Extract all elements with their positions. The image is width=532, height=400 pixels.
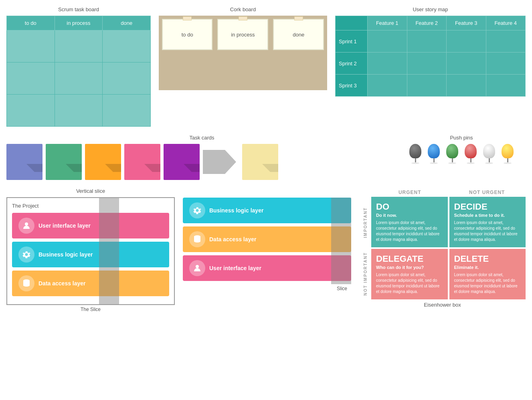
pin-yellow <box>502 144 514 164</box>
story-cell <box>368 75 407 97</box>
story-cell <box>447 53 486 75</box>
cork-cell: to do <box>160 16 215 53</box>
push-pins-section: Push pins <box>397 135 526 164</box>
scrum-col-todo: to do <box>7 16 55 30</box>
task-cards-section: Task cards <box>6 135 397 180</box>
right-business-logic-icon <box>189 202 205 218</box>
task-cards-container <box>6 144 397 180</box>
pin-red <box>465 144 477 164</box>
story-cell <box>486 30 526 53</box>
story-cell <box>368 53 407 75</box>
pin-shadow <box>430 162 438 164</box>
eisenhower-delegate-cell: DELEGATE Who can do it for you? Lorem ip… <box>371 249 448 299</box>
pin-shadow <box>467 162 475 164</box>
scrum-col-done: done <box>103 16 151 30</box>
scrum-task-board: Scrum task board to do in process done <box>6 6 151 127</box>
pin-head-white <box>483 144 495 158</box>
eisenhower-col-not-urgent: NOT URGENT <box>449 188 526 197</box>
eisenhower-grid: DO Do it now. Lorem ipsum dolor sit amet… <box>371 197 526 299</box>
cork-card-done: done <box>273 19 324 50</box>
right-layers-container: Business logic layer Data access layer <box>183 198 351 284</box>
task-card-orange <box>85 144 121 180</box>
layer-user-interface: User interface layer <box>12 213 169 238</box>
svg-point-0 <box>25 222 28 226</box>
story-cell <box>447 30 486 53</box>
task-card-arrow-head <box>225 150 236 174</box>
scrum-cell <box>55 95 103 127</box>
vertical-slice-section: Vertical slice The Project User interfac… <box>6 188 175 312</box>
eisenhower-spacer <box>359 188 371 197</box>
pin-head-green <box>446 144 458 158</box>
cork-cell-empty <box>160 53 215 89</box>
story-table: Feature 1 Feature 2 Feature 3 Feature 4 … <box>335 16 526 97</box>
user-interface-icon <box>18 218 34 234</box>
story-cell <box>407 75 447 97</box>
pin-shadow <box>504 162 512 164</box>
right-slice-spacer <box>183 188 351 198</box>
slice-overlay-bar <box>99 198 119 304</box>
story-cell <box>486 53 526 75</box>
delegate-text: Lorem ipsum dolor sit amet, consectetur … <box>376 272 443 295</box>
pin-needle <box>507 158 508 162</box>
pin-head-red <box>465 144 477 158</box>
scrum-cell <box>55 63 103 95</box>
task-cards-title: Task cards <box>6 135 397 141</box>
story-cell <box>407 53 447 75</box>
scrum-table: to do in process done <box>6 16 151 127</box>
pin-shadow <box>448 162 456 164</box>
slice-diagram-left: The Project User interface layer Busine <box>6 197 175 305</box>
story-cell <box>486 75 526 97</box>
eisenhower-delete-cell: DELETE Eliminate it. Lorem ipsum dolor s… <box>449 249 526 299</box>
pin-head-yellow <box>502 144 514 158</box>
right-data-access-label: Data access layer <box>209 236 257 242</box>
do-action: DO <box>376 202 443 212</box>
scrum-cell <box>103 95 151 127</box>
eisenhower-body: IMPORTANT NOT IMPORTANT DO Do it now. Lo… <box>359 197 526 299</box>
right-layer-business-logic: Business logic layer <box>183 198 351 223</box>
pin-needle <box>489 158 490 162</box>
delete-subtitle: Eliminate it. <box>454 265 521 270</box>
data-access-label: Data access layer <box>38 280 86 287</box>
eisenhower-important-label: IMPORTANT <box>359 197 371 248</box>
pin-white <box>483 144 495 164</box>
story-row-sprint2: Sprint 2 <box>336 53 368 75</box>
story-col-f2: Feature 2 <box>407 16 447 30</box>
scrum-cell <box>7 30 55 63</box>
story-cell <box>407 30 447 53</box>
pins-container <box>397 144 526 164</box>
eisenhower-not-important-label: NOT IMPORTANT <box>359 248 371 299</box>
right-slice-section: Business logic layer Data access layer <box>183 188 351 312</box>
cork-board-title: Cork board <box>159 6 327 12</box>
pin-needle <box>470 158 471 162</box>
scrum-cell <box>103 63 151 95</box>
cork-cell: done <box>271 16 326 53</box>
cork-card-inprocess: in process <box>217 19 268 50</box>
pin-needle <box>433 158 435 162</box>
right-user-interface-icon <box>189 260 205 276</box>
data-access-icon <box>18 275 34 291</box>
scrum-cell <box>7 95 55 127</box>
do-subtitle: Do it now. <box>376 213 443 218</box>
story-row-sprint3: Sprint 3 <box>336 75 368 97</box>
scrum-board-title: Scrum task board <box>6 6 151 12</box>
eisenhower-decide-cell: DECIDE Schedule a time to do it. Lorem i… <box>449 197 526 247</box>
cork-cell: in process <box>215 16 271 53</box>
story-col-f4: Feature 4 <box>486 16 526 30</box>
pin-dark <box>409 144 421 164</box>
task-card-yellow <box>242 144 278 180</box>
cork-table: to do in process done <box>159 16 327 90</box>
task-card-pink <box>124 144 160 180</box>
scrum-col-inprocess: in process <box>55 16 103 30</box>
eisenhower-header: URGENT NOT URGENT <box>359 188 526 197</box>
vertical-slice-title: Vertical slice <box>6 188 175 194</box>
right-layer-user-interface: User interface layer <box>183 255 351 281</box>
story-cell <box>447 75 486 97</box>
right-layer-data-access: Data access layer <box>183 226 351 252</box>
delegate-subtitle: Who can do it for you? <box>376 265 443 270</box>
task-card-teal <box>46 144 82 180</box>
eisenhower-col-urgent: URGENT <box>371 188 449 197</box>
cork-cell-empty <box>271 53 326 89</box>
decide-subtitle: Schedule a time to do it. <box>454 213 521 218</box>
eisenhower-title: Eisenhower box <box>359 302 526 308</box>
task-card-blue <box>6 144 42 180</box>
